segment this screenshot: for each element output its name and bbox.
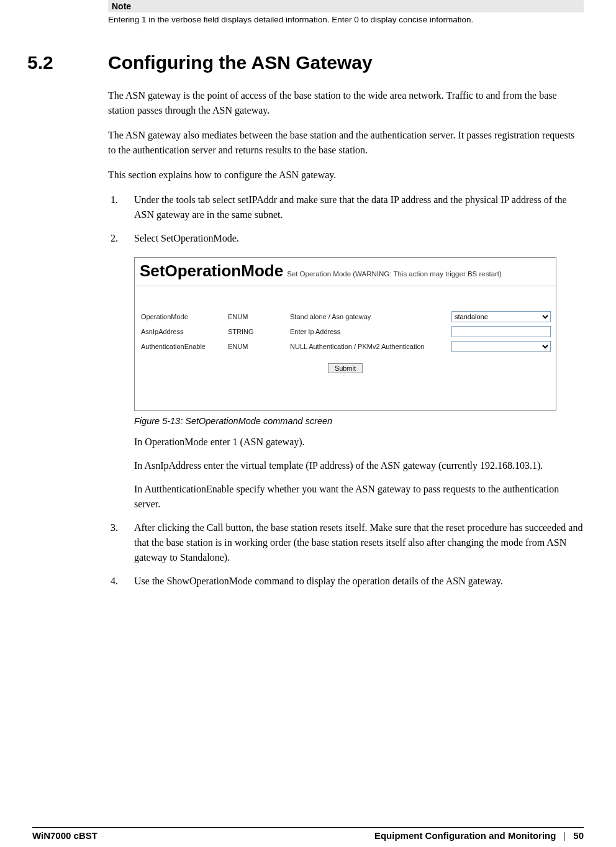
submit-button[interactable]: Submit: [328, 363, 363, 373]
intro-paragraph-2: The ASN gateway also mediates between th…: [108, 128, 584, 158]
footer-separator: |: [563, 830, 566, 841]
step-2: Select SetOperationMode.: [108, 231, 584, 246]
step-3: After clicking the Call button, the base…: [108, 520, 584, 565]
field-type: ENUM: [228, 343, 290, 350]
after-fig-1: In OperationMode enter 1 (ASN gateway).: [134, 435, 584, 450]
field-desc: Enter Ip Address: [290, 328, 451, 335]
after-fig-2: In AsnIpAddress enter the virtual templa…: [134, 458, 584, 473]
section-title: Configuring the ASN Gateway: [108, 52, 373, 73]
screenshot-title: SetOperationMode: [140, 261, 283, 281]
note-body: Entering 1 in the verbose field displays…: [108, 12, 584, 27]
step-1: Under the tools tab select setIPAddr and…: [108, 192, 584, 222]
footer-product: WiN7000 cBST: [32, 830, 97, 841]
authenticationenable-select[interactable]: [451, 341, 551, 352]
field-type: ENUM: [228, 313, 290, 320]
section-heading: 5.2 Configuring the ASN Gateway: [27, 52, 584, 73]
screenshot-body: OperationMode ENUM Stand alone / Asn gat…: [135, 286, 556, 410]
screenshot-header: SetOperationMode Set Operation Mode (WAR…: [135, 258, 556, 286]
intro-paragraph-1: The ASN gateway is the point of access o…: [108, 88, 584, 118]
note-box: Note Entering 1 in the verbose field dis…: [108, 0, 584, 27]
step-4: Use the ShowOperationMode command to dis…: [108, 574, 584, 589]
page-footer: WiN7000 cBST Equipment Configuration and…: [32, 827, 584, 841]
form-row-operationmode: OperationMode ENUM Stand alone / Asn gat…: [141, 311, 550, 322]
intro-paragraph-3: This section explains how to configure t…: [108, 168, 584, 183]
note-heading: Note: [108, 0, 584, 12]
field-type: STRING: [228, 328, 290, 335]
footer-chapter: Equipment Configuration and Monitoring: [374, 830, 556, 841]
form-row-authenticationenable: AuthenticationEnable ENUM NULL Authentic…: [141, 341, 550, 352]
field-desc: NULL Authentication / PKMv2 Authenticati…: [290, 343, 451, 350]
section-number: 5.2: [27, 52, 108, 73]
screenshot-subtitle: Set Operation Mode (WARNING: This action…: [287, 270, 502, 278]
figure-caption: Figure 5-13: SetOperationMode command sc…: [134, 416, 584, 426]
field-name: OperationMode: [141, 313, 228, 320]
screenshot-setoperationmode: SetOperationMode Set Operation Mode (WAR…: [134, 257, 556, 411]
field-name: AuthenticationEnable: [141, 343, 228, 350]
field-name: AsnIpAddress: [141, 328, 228, 335]
form-row-asnipaddress: AsnIpAddress STRING Enter Ip Address: [141, 326, 550, 337]
after-fig-3: In AutthenticationEnable specify whether…: [134, 482, 584, 512]
field-desc: Stand alone / Asn gateway: [290, 313, 451, 320]
operationmode-select[interactable]: standalone: [451, 311, 551, 322]
footer-page-number: 50: [573, 830, 584, 841]
asnipaddress-input[interactable]: [451, 326, 551, 337]
